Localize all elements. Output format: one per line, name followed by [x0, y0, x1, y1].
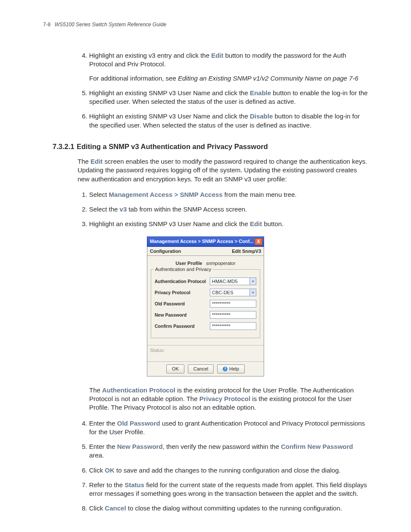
- new-password-label: New Password: [155, 312, 210, 318]
- auth-protocol-label: Authentication Protocol: [155, 278, 210, 284]
- dialog-buttons: OK Cancel ?Help: [147, 361, 264, 376]
- section-intro: The Edit screen enables the user to modi…: [43, 157, 368, 184]
- dialog-titlebar: Management Access > SNMP Access > Conf..…: [147, 236, 264, 247]
- enable-ref: Enable: [250, 89, 271, 96]
- user-profile-value: snmpoperator: [206, 261, 236, 266]
- substep-8: 8. Click Cancel to close the dialog with…: [82, 504, 368, 513]
- substep-3: 3. Highlight an existing SNMP v3 User Na…: [82, 220, 368, 228]
- page-number: 7-8: [43, 22, 50, 28]
- step-6: 6. Highlight an existing SNMP v3 User Na…: [82, 112, 368, 130]
- chevron-down-icon: ▾: [249, 289, 256, 296]
- auth-privacy-fieldset: Authentication and Privacy Authenticatio…: [151, 269, 260, 338]
- substep-6: 6. Click OK to save and add the changes …: [82, 466, 368, 475]
- step-4-note: For additional information, see Editing …: [89, 74, 368, 83]
- substep-5: 5. Enter the New Password, then verify t…: [82, 442, 368, 460]
- substep-2: 2. Select the v3 tab from within the SNM…: [82, 205, 368, 214]
- ok-button[interactable]: OK: [166, 364, 184, 373]
- confirm-password-input[interactable]: **********: [210, 322, 256, 330]
- privacy-protocol-select[interactable]: CBC-DES ▾: [210, 289, 256, 296]
- new-password-input[interactable]: **********: [210, 311, 256, 319]
- disable-ref: Disable: [250, 112, 273, 120]
- cancel-button[interactable]: Cancel: [188, 364, 214, 373]
- old-password-label: Old Password: [155, 301, 210, 307]
- substep-1: 1. Select Management Access > SNMP Acces…: [82, 190, 368, 199]
- step-5: 5. Highlight an existing SNMP v3 User Na…: [82, 89, 368, 106]
- doc-title: WS5100 Series Switch System Reference Gu…: [55, 22, 166, 28]
- edit-ref: Edit: [211, 52, 223, 59]
- privacy-protocol-label: Privacy Protocol: [155, 289, 210, 296]
- dialog-subheader: Configuration Edit SnmpV3: [147, 247, 264, 256]
- page-header: 7-8 WS5100 Series Switch System Referenc…: [43, 22, 368, 28]
- auth-protocol-select[interactable]: HMAC-MD5 ▾: [210, 277, 256, 285]
- post-dialog-para: The Authentication Protocol is the exist…: [43, 386, 368, 412]
- substep-4: 4. Enter the Old Password used to grant …: [82, 419, 368, 437]
- status-area: Status:: [147, 345, 264, 361]
- dialog: Management Access > SNMP Access > Conf..…: [147, 236, 264, 376]
- help-icon: ?: [223, 367, 227, 371]
- old-password-input[interactable]: **********: [210, 300, 256, 308]
- substep-7: 7. Refer to the Status field for the cur…: [82, 481, 368, 498]
- chevron-down-icon: ▾: [249, 278, 256, 285]
- confirm-password-label: Confirm Password: [155, 323, 210, 329]
- dialog-title: Management Access > SNMP Access > Conf..…: [150, 238, 253, 245]
- user-profile-row: User Profile snmpoperator: [151, 260, 260, 267]
- step-4: 4. Highlight an existing v3 entry and cl…: [82, 51, 368, 83]
- section-heading: 7.3.2.1Editing a SNMP v3 Authentication …: [43, 142, 368, 151]
- close-icon[interactable]: X: [255, 238, 262, 245]
- help-button[interactable]: ?Help: [217, 364, 245, 373]
